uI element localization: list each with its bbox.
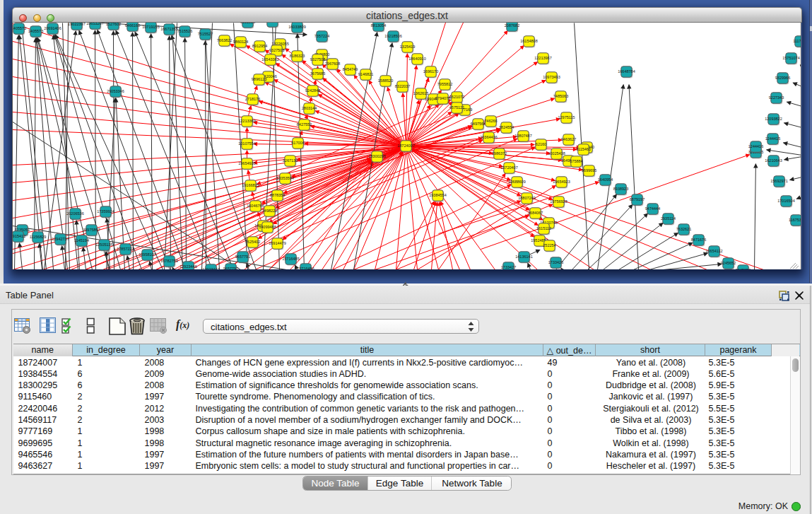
svg-text:8643954: 8643954 xyxy=(265,23,280,23)
svg-text:8912954: 8912954 xyxy=(252,44,267,48)
svg-text:11156829: 11156829 xyxy=(30,235,47,239)
svg-text:10025438: 10025438 xyxy=(548,151,565,156)
svg-text:1405573: 1405573 xyxy=(28,29,43,33)
svg-text:3824554: 3824554 xyxy=(499,125,514,129)
svg-text:19022397: 19022397 xyxy=(68,23,85,26)
svg-text:9329966: 9329966 xyxy=(775,76,790,80)
svg-text:8322037: 8322037 xyxy=(395,84,410,88)
svg-text:14136141: 14136141 xyxy=(515,255,532,259)
svg-text:18300295: 18300295 xyxy=(368,154,385,158)
svg-text:10719155: 10719155 xyxy=(142,25,159,29)
svg-text:2087682: 2087682 xyxy=(505,23,519,28)
svg-text:1615112: 1615112 xyxy=(536,226,551,230)
svg-text:6794078: 6794078 xyxy=(435,96,450,100)
svg-text:8454749: 8454749 xyxy=(343,67,358,71)
svg-text:8813054: 8813054 xyxy=(371,23,386,28)
svg-text:1588520: 1588520 xyxy=(378,78,393,83)
svg-text:62160: 62160 xyxy=(536,142,546,146)
svg-text:8938923: 8938923 xyxy=(613,187,628,191)
svg-text:10653267: 10653267 xyxy=(86,23,103,25)
svg-text:7485063: 7485063 xyxy=(553,94,568,98)
svg-text:15716486: 15716486 xyxy=(297,267,314,269)
svg-text:18724007: 18724007 xyxy=(397,144,414,148)
svg-text:10107554: 10107554 xyxy=(238,141,255,146)
svg-text:12942737: 12942737 xyxy=(52,237,69,241)
svg-text:9245653: 9245653 xyxy=(736,268,751,269)
svg-text:9699695: 9699695 xyxy=(582,168,596,173)
svg-text:8471676: 8471676 xyxy=(691,238,706,242)
svg-text:14099488: 14099488 xyxy=(259,225,276,229)
svg-text:19166825: 19166825 xyxy=(242,183,259,187)
svg-text:16543362: 16543362 xyxy=(261,57,278,62)
svg-text:8878354: 8878354 xyxy=(270,193,285,197)
svg-text:9657791: 9657791 xyxy=(235,255,250,259)
svg-text:16210643: 16210643 xyxy=(765,158,782,163)
svg-text:1362615: 1362615 xyxy=(413,91,428,95)
svg-text:1640954: 1640954 xyxy=(598,177,613,182)
svg-text:7663822: 7663822 xyxy=(217,38,232,42)
svg-text:3267130: 3267130 xyxy=(283,158,298,163)
svg-text:1733426: 1733426 xyxy=(548,260,563,264)
svg-text:3915412: 3915412 xyxy=(13,234,25,238)
svg-text:10654112: 10654112 xyxy=(705,249,722,253)
svg-text:12093822: 12093822 xyxy=(765,117,782,121)
svg-text:3684067: 3684067 xyxy=(528,211,543,215)
svg-text:10973493: 10973493 xyxy=(543,75,560,79)
svg-text:16154808: 16154808 xyxy=(520,39,537,43)
svg-text:3675685: 3675685 xyxy=(310,71,325,76)
svg-text:16671355: 16671355 xyxy=(160,27,177,31)
svg-text:16046766: 16046766 xyxy=(247,204,264,208)
svg-text:1733427: 1733427 xyxy=(501,265,516,269)
svg-text:10807487: 10807487 xyxy=(514,134,531,138)
svg-text:7955812: 7955812 xyxy=(437,82,452,86)
svg-text:1244416: 1244416 xyxy=(748,144,763,148)
svg-text:617004: 617004 xyxy=(291,141,304,145)
svg-text:9131058: 9131058 xyxy=(240,23,255,24)
svg-text:29053346: 29053346 xyxy=(107,89,124,93)
svg-text:2803144: 2803144 xyxy=(302,106,317,110)
svg-text:19654923: 19654923 xyxy=(553,180,570,184)
svg-text:1244415: 1244415 xyxy=(765,136,780,141)
svg-text:1527602: 1527602 xyxy=(106,23,121,26)
svg-text:9227343: 9227343 xyxy=(769,95,784,100)
svg-text:19384554: 19384554 xyxy=(429,193,446,197)
svg-text:1167533: 1167533 xyxy=(789,218,801,222)
svg-text:16648784: 16648784 xyxy=(618,69,635,74)
svg-text:8427552: 8427552 xyxy=(297,122,312,127)
svg-text:575884: 575884 xyxy=(570,159,582,163)
svg-text:12213967: 12213967 xyxy=(534,56,551,60)
svg-text:1621072: 1621072 xyxy=(449,95,464,99)
svg-text:16782759: 16782759 xyxy=(160,259,177,263)
svg-text:6497568: 6497568 xyxy=(471,122,486,126)
svg-text:17857223: 17857223 xyxy=(117,247,134,251)
svg-text:1117533: 1117533 xyxy=(793,39,801,43)
svg-text:17359924: 17359924 xyxy=(97,209,114,214)
svg-text:9327508: 9327508 xyxy=(310,57,325,62)
svg-text:9657792: 9657792 xyxy=(223,267,238,269)
svg-text:17016504: 17016504 xyxy=(777,199,794,203)
svg-text:9896123: 9896123 xyxy=(252,77,266,81)
svg-text:7515526: 7515526 xyxy=(177,29,192,33)
svg-text:7625402: 7625402 xyxy=(245,240,260,244)
svg-text:18807249: 18807249 xyxy=(518,196,535,200)
svg-text:12505135: 12505135 xyxy=(95,243,112,247)
svg-text:15751074: 15751074 xyxy=(782,56,799,60)
svg-text:19654935: 19654935 xyxy=(238,161,255,165)
svg-text:7632621: 7632621 xyxy=(676,227,691,231)
svg-text:12975115: 12975115 xyxy=(558,115,575,119)
svg-text:9146821: 9146821 xyxy=(358,72,373,76)
svg-text:2718176: 2718176 xyxy=(245,97,260,101)
svg-text:3498222: 3498222 xyxy=(262,209,277,213)
svg-text:7986372: 7986372 xyxy=(492,151,507,156)
svg-text:9245652: 9245652 xyxy=(721,261,736,265)
svg-text:1405572: 1405572 xyxy=(13,26,26,30)
svg-text:16033809: 16033809 xyxy=(288,25,305,29)
svg-text:6466160: 6466160 xyxy=(125,23,140,28)
svg-text:20206536: 20206536 xyxy=(66,211,83,216)
svg-text:746266: 746266 xyxy=(484,119,497,123)
svg-text:19756928: 19756928 xyxy=(550,199,567,204)
svg-text:8186323: 8186323 xyxy=(290,54,305,58)
svg-text:19218506: 19218506 xyxy=(384,34,401,38)
svg-text:13353594: 13353594 xyxy=(276,176,293,180)
svg-text:9463627: 9463627 xyxy=(561,137,576,141)
